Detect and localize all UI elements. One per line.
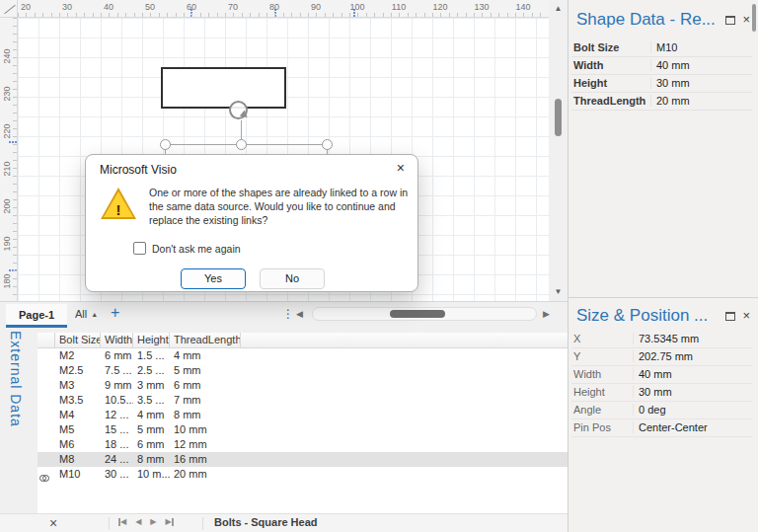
- add-page-button[interactable]: +: [111, 304, 119, 322]
- yes-button[interactable]: Yes: [181, 268, 246, 289]
- scroll-up-icon[interactable]: ▲: [550, 4, 567, 13]
- scroll-right-icon[interactable]: ▶: [543, 309, 550, 319]
- table-cell: 15 ...: [101, 422, 133, 437]
- field-value[interactable]: Center-Center: [633, 421, 752, 433]
- size-position-row[interactable]: Y202.75 mm: [571, 348, 752, 366]
- rotation-handle-icon[interactable]: [229, 101, 248, 119]
- horizontal-scrollbar[interactable]: [312, 307, 537, 321]
- linked-row-icon: [39, 471, 49, 482]
- column-header[interactable]: Height: [133, 333, 170, 348]
- field-value[interactable]: 30 mm: [633, 386, 752, 398]
- ruler-tick-label: 50: [140, 2, 160, 12]
- scroll-down-icon[interactable]: ▼: [550, 287, 567, 296]
- divider: [202, 517, 203, 530]
- column-header[interactable]: ThreadLength: [170, 333, 241, 348]
- size-position-panel-title: Size & Position ...: [576, 306, 708, 326]
- shape-data-row[interactable]: ThreadLength20 mm: [571, 93, 752, 111]
- shape-data-row[interactable]: Width40 mm: [571, 57, 752, 75]
- ruler-tick-label: 120: [430, 2, 450, 12]
- last-record-icon[interactable]: ▶: [165, 517, 173, 526]
- table-cell: 10 mm: [170, 422, 241, 437]
- column-header[interactable]: Bolt Size: [55, 333, 101, 348]
- dont-ask-checkbox[interactable]: [133, 242, 146, 255]
- all-pages-dropdown[interactable]: All▲: [75, 308, 98, 320]
- size-position-row[interactable]: X73.5345 mm: [571, 331, 752, 348]
- ruler-tick-label: 90: [306, 2, 326, 12]
- field-value[interactable]: 202.75 mm: [633, 350, 752, 362]
- table-row[interactable]: M1030 ...10 m...20 mm: [38, 467, 568, 482]
- row-icon-cell: [38, 467, 55, 482]
- table-row[interactable]: M2.57.5 ...2.5 ...5 mm: [38, 363, 568, 378]
- field-label: Height: [573, 77, 607, 89]
- scrollbar-thumb[interactable]: [555, 99, 562, 136]
- size-position-row[interactable]: Height30 mm: [571, 384, 752, 402]
- table-cell: 12 mm: [170, 437, 241, 452]
- table-cell: 9 mm: [101, 378, 133, 393]
- close-icon[interactable]: ×: [742, 311, 750, 321]
- table-row[interactable]: M618 ...6 mm12 mm: [38, 437, 568, 452]
- size-position-row[interactable]: Pin PosCenter-Center: [571, 419, 752, 437]
- table-row[interactable]: M3.510.5...3.5 ...7 mm: [38, 393, 568, 408]
- next-record-icon[interactable]: ▶: [150, 517, 156, 526]
- selection-handle[interactable]: [236, 139, 247, 150]
- table-cell: M3.5: [55, 393, 101, 408]
- column-header[interactable]: Width: [101, 333, 133, 348]
- record-navigation: ◀ ◀ ▶ ▶: [118, 517, 174, 526]
- close-icon[interactable]: ×: [397, 160, 405, 176]
- field-value[interactable]: 40 mm: [633, 368, 752, 380]
- selection-handle[interactable]: [160, 139, 171, 150]
- table-cell: 4 mm: [170, 348, 241, 363]
- table-cell: M2.5: [55, 363, 101, 378]
- table-row[interactable]: M26 mm1.5 ...4 mm: [38, 348, 568, 363]
- external-data-table: Bolt SizeWidthHeightThreadLength M26 mm1…: [38, 333, 568, 513]
- field-value[interactable]: 20 mm: [650, 95, 752, 107]
- rectangle-shape[interactable]: [161, 67, 286, 109]
- size-position-row[interactable]: Width40 mm: [571, 366, 752, 384]
- shape-data-row[interactable]: Height30 mm: [571, 75, 752, 93]
- selection-handle[interactable]: [322, 139, 333, 150]
- float-window-icon[interactable]: [725, 312, 735, 321]
- table-cell: M8: [55, 452, 101, 467]
- table-cell: 10.5...: [101, 393, 133, 408]
- field-value[interactable]: 0 deg: [633, 404, 752, 416]
- no-button[interactable]: No: [260, 268, 325, 289]
- close-icon[interactable]: ×: [49, 515, 57, 531]
- table-cell: 10 m...: [133, 467, 170, 482]
- field-value[interactable]: 30 mm: [650, 77, 752, 89]
- field-value[interactable]: 40 mm: [650, 59, 752, 71]
- close-icon[interactable]: ×: [742, 15, 750, 25]
- float-window-icon[interactable]: [725, 16, 735, 25]
- h-ruler: 2030405060708090100110120130140: [18, 0, 549, 18]
- table-row[interactable]: M412 ...4 mm8 mm: [38, 408, 568, 422]
- external-data-header: Bolt SizeWidthHeightThreadLength: [38, 333, 568, 348]
- ruler-tick-label: 190: [2, 232, 12, 256]
- external-data-title: External Data: [8, 331, 24, 427]
- splitter-dots-icon[interactable]: ⋮: [282, 307, 294, 321]
- tab-page-1[interactable]: Page-1: [6, 304, 67, 328]
- ruler-tick-label: 180: [2, 269, 12, 293]
- table-cell: 2.5 ...: [133, 363, 170, 378]
- ruler-tick-label: 240: [2, 44, 12, 68]
- size-position-panel: Size & Position ... × X73.5345 mmY202.75…: [568, 297, 758, 532]
- dont-ask-checkbox-row: Don't ask me again: [133, 242, 241, 255]
- field-value[interactable]: M10: [650, 41, 752, 53]
- table-cell: 7.5 ...: [101, 363, 133, 378]
- previous-record-icon[interactable]: ◀: [135, 517, 141, 526]
- canvas-vertical-scrollbar[interactable]: ▲ ▼: [550, 0, 567, 301]
- size-position-row[interactable]: Angle0 deg: [571, 402, 752, 419]
- table-cell: 7 mm: [170, 393, 241, 408]
- shape-data-row[interactable]: Bolt SizeM10: [571, 39, 752, 57]
- table-row[interactable]: M39 mm3 mm6 mm: [38, 378, 568, 393]
- first-record-icon[interactable]: ◀: [118, 517, 126, 526]
- data-source-tab[interactable]: Bolts - Square Head: [214, 516, 318, 528]
- table-row[interactable]: M515 ...5 mm10 mm: [38, 422, 568, 437]
- table-cell: 5 mm: [133, 422, 170, 437]
- table-cell: 8 mm: [170, 408, 241, 422]
- field-value[interactable]: 73.5345 mm: [633, 333, 752, 344]
- table-cell: M4: [55, 408, 101, 422]
- scrollbar-thumb[interactable]: [390, 310, 445, 318]
- scroll-left-icon[interactable]: ◀: [296, 309, 303, 319]
- table-cell: 5 mm: [170, 363, 241, 378]
- scrollbar-thumb[interactable]: [752, 4, 756, 32]
- table-row[interactable]: M824 ...8 mm16 mm: [38, 452, 568, 467]
